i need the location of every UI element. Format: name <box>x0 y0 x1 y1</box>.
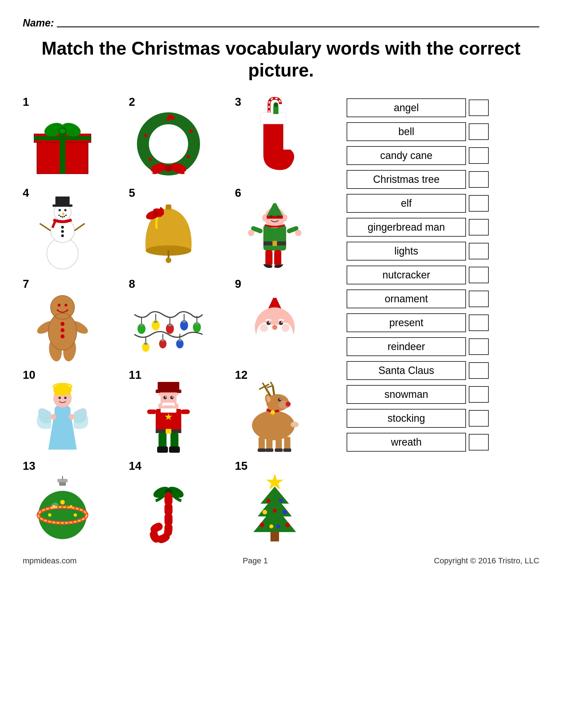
svg-rect-173 <box>283 448 291 452</box>
answer-box-gingerbread-man[interactable] <box>469 219 489 235</box>
answer-box-candy-cane[interactable] <box>469 147 489 164</box>
picture-image-reindeer <box>235 383 314 451</box>
svg-point-34 <box>65 214 67 216</box>
word-row-santa-claus: Santa Claus <box>347 361 539 380</box>
picture-image-santa <box>235 292 314 360</box>
word-label-angel: angel <box>347 98 466 117</box>
word-row-stocking: stocking <box>347 409 539 428</box>
picture-image-present <box>23 110 102 178</box>
answer-box-ornament[interactable] <box>469 291 489 307</box>
name-line: Name: <box>23 17 539 29</box>
svg-point-73 <box>67 309 68 311</box>
svg-rect-99 <box>161 339 165 341</box>
word-row-gingerbread-man: gingerbread man <box>347 218 539 237</box>
svg-point-18 <box>165 165 173 172</box>
answer-box-christmas-tree[interactable] <box>469 171 489 188</box>
answer-box-wreath[interactable] <box>469 434 489 450</box>
picture-cell-6: 6 <box>235 187 335 269</box>
answer-box-santa-claus[interactable] <box>469 362 489 379</box>
word-label-present: present <box>347 313 466 332</box>
answer-box-angel[interactable] <box>469 100 489 116</box>
picture-number-15: 15 <box>235 460 248 472</box>
svg-rect-169 <box>284 437 290 450</box>
svg-rect-148 <box>181 409 190 414</box>
name-underline <box>57 19 539 27</box>
picture-number-9: 9 <box>235 278 241 290</box>
svg-rect-130 <box>157 395 161 404</box>
word-row-ornament: ornament <box>347 289 539 308</box>
svg-point-118 <box>281 324 289 332</box>
svg-point-33 <box>64 216 65 217</box>
answer-box-elf[interactable] <box>469 195 489 212</box>
answer-box-lights[interactable] <box>469 243 489 259</box>
svg-point-30 <box>59 214 60 216</box>
svg-point-124 <box>64 397 67 399</box>
picture-image-snowman <box>23 201 102 269</box>
picture-cell-3: 3 <box>235 96 335 178</box>
svg-rect-147 <box>147 409 156 414</box>
svg-rect-143 <box>159 433 167 448</box>
picture-cell-4: 4 <box>23 187 123 269</box>
svg-point-32 <box>62 216 63 218</box>
svg-point-133 <box>170 396 174 399</box>
svg-point-55 <box>277 215 279 218</box>
svg-rect-167 <box>266 438 273 450</box>
svg-rect-140 <box>161 408 177 413</box>
picture-number-5: 5 <box>129 187 135 199</box>
picture-image-elf <box>235 201 314 269</box>
picture-cell-13: 13 <box>23 460 123 542</box>
svg-point-153 <box>285 402 290 407</box>
word-row-angel: angel <box>347 98 539 117</box>
svg-point-54 <box>270 215 273 218</box>
svg-point-76 <box>61 334 65 338</box>
svg-point-199 <box>282 510 287 514</box>
svg-rect-26 <box>55 197 70 205</box>
answer-box-snowman[interactable] <box>469 386 489 403</box>
svg-line-39 <box>74 224 85 231</box>
picture-cell-12: 12 <box>235 369 335 451</box>
word-label-santa-claus: Santa Claus <box>347 361 466 380</box>
picture-cell-14: 14 <box>129 460 229 542</box>
svg-point-53 <box>273 200 277 203</box>
answer-box-bell[interactable] <box>469 123 489 140</box>
svg-point-27 <box>59 209 61 211</box>
footer-website: mpmideas.com <box>23 556 77 565</box>
svg-point-132 <box>163 396 167 399</box>
svg-line-161 <box>265 384 269 386</box>
word-label-elf: elf <box>347 194 466 213</box>
svg-point-12 <box>190 129 193 133</box>
picture-cell-2: 2 <box>129 96 229 178</box>
svg-rect-127 <box>158 382 179 390</box>
svg-point-185 <box>74 513 77 517</box>
svg-rect-19 <box>261 113 286 124</box>
svg-point-181 <box>60 500 65 504</box>
answer-box-present[interactable] <box>469 315 489 331</box>
svg-point-123 <box>59 397 61 399</box>
word-label-christmas-tree: Christmas tree <box>347 170 466 189</box>
svg-point-28 <box>64 209 67 211</box>
svg-point-184 <box>48 513 51 517</box>
word-row-snowman: snowman <box>347 385 539 404</box>
svg-rect-47 <box>264 225 286 251</box>
answer-box-stocking[interactable] <box>469 410 489 427</box>
picture-cell-11: 11 <box>129 369 229 451</box>
word-label-nutcracker: nutcracker <box>347 266 466 284</box>
svg-point-114 <box>269 321 270 323</box>
svg-point-37 <box>61 234 64 237</box>
svg-point-112 <box>267 321 271 325</box>
answer-box-reindeer[interactable] <box>469 338 489 355</box>
svg-rect-87 <box>168 324 172 326</box>
word-row-nutcracker: nutcracker <box>347 266 539 284</box>
picture-number-1: 1 <box>23 96 29 108</box>
svg-point-154 <box>278 398 281 402</box>
svg-point-42 <box>166 257 171 263</box>
picture-cell-8: 8 <box>129 278 229 360</box>
svg-rect-52 <box>265 216 285 219</box>
picture-cell-15: 15 <box>235 460 335 542</box>
word-row-present: present <box>347 313 539 332</box>
svg-point-13 <box>144 134 148 137</box>
svg-rect-146 <box>169 446 180 453</box>
picture-number-7: 7 <box>23 278 29 290</box>
picture-cell-5: 5 <box>129 187 229 269</box>
answer-box-nutcracker[interactable] <box>469 267 489 283</box>
